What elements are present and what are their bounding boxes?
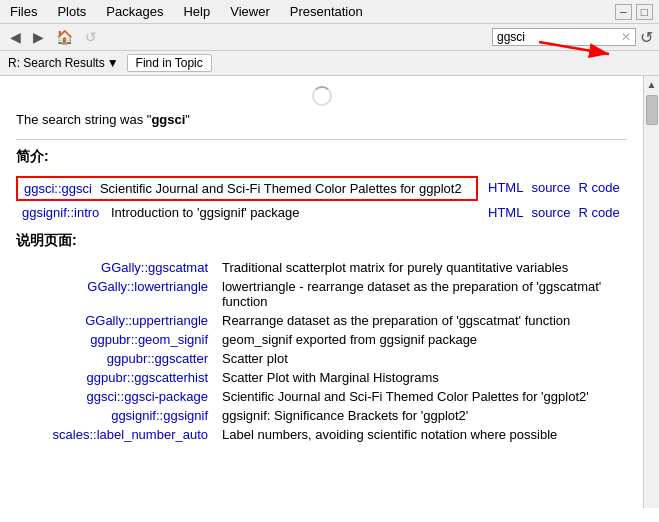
search-info-suffix: " <box>185 112 190 127</box>
secondary-toolbar: R: Search Results ▼ Find in Topic <box>0 51 659 76</box>
menu-files[interactable]: Files <box>6 2 41 21</box>
find-in-topic-button[interactable]: Find in Topic <box>127 54 212 72</box>
content-area: The search string was "ggsci" 简介: ggsci:… <box>0 76 643 508</box>
scroll-thumb[interactable] <box>646 95 658 125</box>
table-row: GGally::lowertriangle lowertriangle - re… <box>16 277 627 311</box>
menu-viewer[interactable]: Viewer <box>226 2 274 21</box>
result-desc-detail-0: Traditional scatterplot matrix for purel… <box>216 258 627 277</box>
loading-spinner <box>312 86 332 106</box>
menubar: Files Plots Packages Help Viewer Present… <box>0 0 659 24</box>
result-link-detail-8[interactable]: scales::label_number_auto <box>53 427 208 442</box>
detail-results-table: GGally::ggscatmat Traditional scatterplo… <box>16 258 627 444</box>
search-clear-icon[interactable]: ✕ <box>621 30 631 44</box>
view-dropdown[interactable]: R: Search Results ▼ <box>8 56 119 70</box>
search-info: The search string was "ggsci" <box>16 112 627 127</box>
window-restore[interactable]: □ <box>636 4 653 20</box>
result-desc-ggsignif-intro: Introduction to 'ggsignif' package <box>111 205 300 220</box>
refresh-button-toolbar[interactable]: ↺ <box>81 27 101 47</box>
menu-help[interactable]: Help <box>179 2 214 21</box>
scrollbar[interactable]: ▲ <box>643 76 659 508</box>
result-desc-detail-1: lowertriangle - rearrange dataset as the… <box>216 277 627 311</box>
table-row: ggsignif::intro Introduction to 'ggsigni… <box>16 203 627 222</box>
table-row: GGally::uppertriangle Rearrange dataset … <box>16 311 627 330</box>
search-box[interactable]: ✕ <box>492 28 636 46</box>
main-content: The search string was "ggsci" 简介: ggsci:… <box>0 76 659 508</box>
chevron-down-icon: ▼ <box>107 56 119 70</box>
table-row: ggsci::ggsci Scientific Journal and Sci-… <box>16 174 627 203</box>
search-input[interactable] <box>497 30 617 44</box>
html-link-ggsignif-intro[interactable]: HTML <box>488 205 523 220</box>
section2-title: 说明页面: <box>16 232 627 250</box>
back-button[interactable]: ◀ <box>6 27 25 47</box>
result-desc-detail-8: Label numbers, avoiding scientific notat… <box>216 425 627 444</box>
scroll-up-arrow[interactable]: ▲ <box>644 76 659 93</box>
result-link-detail-0[interactable]: GGally::ggscatmat <box>101 260 208 275</box>
result-desc-detail-6: Scientific Journal and Sci-Fi Themed Col… <box>216 387 627 406</box>
table-row: ggpubr::ggscatter Scatter plot <box>16 349 627 368</box>
table-row: ggpubr::geom_signif geom_signif exported… <box>16 330 627 349</box>
rcode-link-ggsci[interactable]: R code <box>578 180 619 195</box>
result-link-detail-7[interactable]: ggsignif::ggsignif <box>111 408 208 423</box>
result-desc-detail-3: geom_signif exported from ggsignif packa… <box>216 330 627 349</box>
forward-button[interactable]: ▶ <box>29 27 48 47</box>
result-desc-detail-4: Scatter plot <box>216 349 627 368</box>
result-link-detail-2[interactable]: GGally::uppertriangle <box>85 313 208 328</box>
result-desc-detail-5: Scatter Plot with Marginal Histograms <box>216 368 627 387</box>
result-actions-ggsci: HTML source R code <box>488 180 621 195</box>
source-link-ggsignif-intro[interactable]: source <box>531 205 570 220</box>
menu-plots[interactable]: Plots <box>53 2 90 21</box>
search-info-prefix: The search string was " <box>16 112 151 127</box>
result-link-detail-4[interactable]: ggpubr::ggscatter <box>107 351 208 366</box>
table-row: GGally::ggscatmat Traditional scatterplo… <box>16 258 627 277</box>
result-actions-ggsignif-intro: HTML source R code <box>488 205 621 220</box>
table-row: scales::label_number_auto Label numbers,… <box>16 425 627 444</box>
home-button[interactable]: 🏠 <box>52 27 77 47</box>
table-row: ggsignif::ggsignif ggsignif: Significanc… <box>16 406 627 425</box>
result-link-detail-5[interactable]: ggpubr::ggscatterhist <box>87 370 208 385</box>
result-desc-detail-7: ggsignif: Significance Brackets for 'ggp… <box>216 406 627 425</box>
toolbar: ◀ ▶ 🏠 ↺ ✕ ↺ <box>0 24 659 51</box>
result-desc-detail-2: Rearrange dataset as the preparation of … <box>216 311 627 330</box>
result-link-detail-1[interactable]: GGally::lowertriangle <box>87 279 208 294</box>
result-link-ggsignif-intro[interactable]: ggsignif::intro <box>22 205 99 220</box>
search-string: ggsci <box>151 112 185 127</box>
html-link-ggsci[interactable]: HTML <box>488 180 523 195</box>
table-row: ggsci::ggsci-package Scientific Journal … <box>16 387 627 406</box>
result-desc-ggsci: Scientific Journal and Sci-Fi Themed Col… <box>100 181 462 196</box>
refresh-button[interactable]: ↺ <box>640 28 653 47</box>
menu-presentation[interactable]: Presentation <box>286 2 367 21</box>
window-minimize[interactable]: – <box>615 4 632 20</box>
divider-top <box>16 139 627 140</box>
result-link-ggsci[interactable]: ggsci::ggsci <box>24 181 92 196</box>
rcode-link-ggsignif-intro[interactable]: R code <box>578 205 619 220</box>
dropdown-label-text: R: Search Results <box>8 56 105 70</box>
source-link-ggsci[interactable]: source <box>531 180 570 195</box>
loading-spinner-area <box>16 86 627 106</box>
section1-title: 简介: <box>16 148 627 166</box>
result-link-detail-6[interactable]: ggsci::ggsci-package <box>87 389 208 404</box>
intro-results-table: ggsci::ggsci Scientific Journal and Sci-… <box>16 174 627 222</box>
menu-packages[interactable]: Packages <box>102 2 167 21</box>
table-row: ggpubr::ggscatterhist Scatter Plot with … <box>16 368 627 387</box>
result-link-detail-3[interactable]: ggpubr::geom_signif <box>90 332 208 347</box>
